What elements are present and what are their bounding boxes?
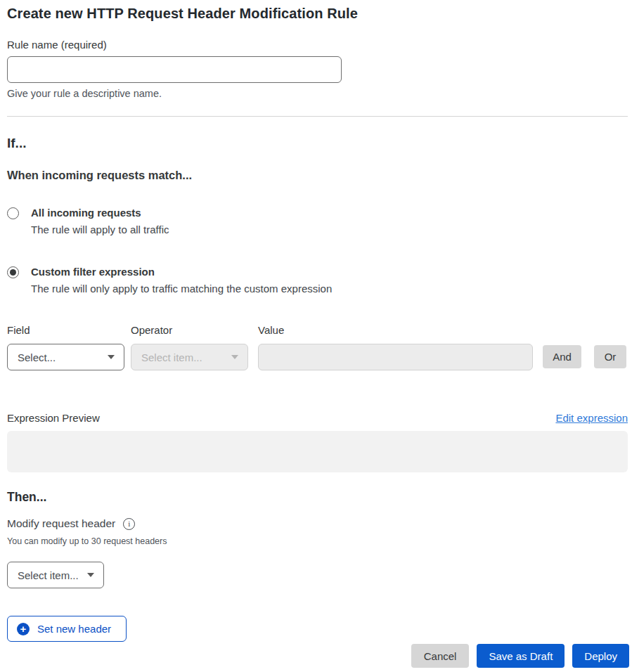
chevron-down-icon: [87, 573, 94, 577]
operator-label: Operator: [131, 324, 248, 336]
radio-texts: Custom filter expression The rule will o…: [31, 266, 332, 295]
plus-icon: +: [17, 623, 30, 635]
rule-name-input[interactable]: [7, 56, 342, 83]
create-rule-form: Create new HTTP Request Header Modificat…: [0, 0, 632, 668]
modify-helper-text: You can modify up to 30 request headers: [7, 536, 628, 546]
field-select[interactable]: Select...: [7, 344, 124, 370]
operator-column: Operator Select item...: [131, 324, 248, 370]
radio-icon-custom-expression[interactable]: [7, 266, 19, 278]
chevron-down-icon: [108, 355, 115, 359]
footer-actions: Cancel Save as Draft Deploy: [7, 644, 629, 668]
info-icon[interactable]: i: [123, 518, 135, 530]
radio-desc-custom-expression: The rule will only apply to traffic matc…: [31, 283, 332, 295]
value-input[interactable]: [258, 344, 533, 370]
or-button[interactable]: Or: [594, 345, 626, 368]
rule-name-label: Rule name (required): [7, 39, 628, 51]
radio-label-custom-expression: Custom filter expression: [31, 266, 332, 278]
then-heading: Then...: [7, 490, 628, 505]
operator-select[interactable]: Select item...: [131, 344, 248, 370]
and-button[interactable]: And: [543, 345, 581, 368]
set-new-header-button[interactable]: + Set new header: [7, 616, 127, 642]
deploy-button[interactable]: Deploy: [572, 644, 629, 668]
expression-preview-label: Expression Preview: [7, 412, 100, 424]
operator-select-value: Select item...: [141, 351, 202, 363]
value-label: Value: [258, 324, 533, 336]
field-label: Field: [7, 324, 124, 336]
cancel-button[interactable]: Cancel: [411, 644, 470, 668]
radio-desc-all-requests: The rule will apply to all traffic: [31, 224, 169, 235]
expression-preview-box: [7, 431, 628, 472]
radio-label-all-requests: All incoming requests: [31, 207, 169, 219]
radio-option-all-requests[interactable]: All incoming requests The rule will appl…: [7, 207, 628, 235]
radio-icon-all-requests[interactable]: [7, 207, 19, 219]
header-action-select-value: Select item...: [18, 569, 79, 581]
radio-option-custom-expression[interactable]: Custom filter expression The rule will o…: [7, 266, 628, 295]
set-new-header-label: Set new header: [37, 623, 111, 635]
match-subheading: When incoming requests match...: [7, 169, 628, 182]
header-action-select[interactable]: Select item...: [7, 562, 104, 588]
modify-header-row: Modify request header i: [7, 517, 628, 530]
value-column: Value: [258, 324, 533, 370]
modify-request-header-label: Modify request header: [7, 517, 115, 530]
save-as-draft-button[interactable]: Save as Draft: [477, 644, 565, 668]
expression-preview-header: Expression Preview Edit expression: [7, 412, 628, 424]
rule-name-helper: Give your rule a descriptive name.: [7, 88, 628, 99]
field-select-value: Select...: [18, 351, 56, 363]
expression-builder-row: Field Select... Operator Select item... …: [7, 324, 628, 370]
edit-expression-link[interactable]: Edit expression: [555, 412, 628, 424]
if-heading: If...: [7, 136, 628, 151]
radio-texts: All incoming requests The rule will appl…: [31, 207, 169, 235]
page-title: Create new HTTP Request Header Modificat…: [7, 6, 628, 22]
field-column: Field Select...: [7, 324, 124, 370]
chevron-down-icon: [231, 355, 238, 359]
section-divider: [7, 116, 628, 117]
